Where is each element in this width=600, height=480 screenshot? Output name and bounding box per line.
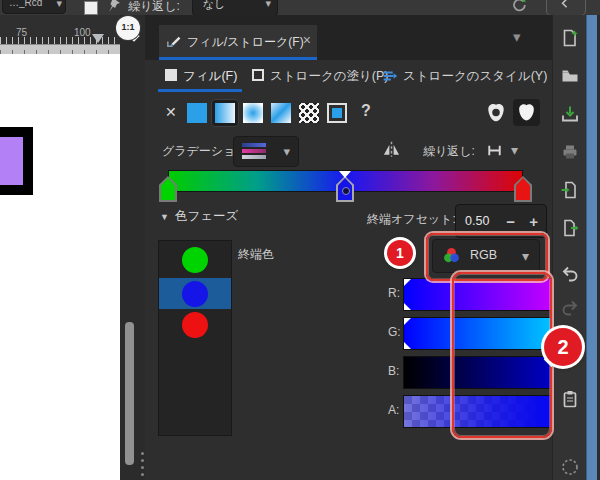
export-icon[interactable] [560,218,580,238]
channel-label-a: A: [388,403,399,417]
repeat-dropdown-chevron-icon[interactable]: ▾ [511,143,518,157]
stroke-style-tab-icon [381,67,399,85]
swatch-button[interactable] [327,103,347,123]
red-stop-swatch [182,312,208,338]
channel-slider-a[interactable] [403,395,552,428]
gradient-position-marker [339,171,351,178]
color-mode-value: RGB [470,248,497,262]
horizontal-ruler: 75 100 [0,15,120,44]
window-vertical-scrollbar[interactable] [586,15,597,480]
chevron-down-icon: ▾ [56,0,62,9]
refresh-icon[interactable] [510,0,528,14]
top-toolbar: …_Rcd ▾ 繰り返し: なし ▾ [0,0,600,15]
chevron-down-icon: ▾ [522,249,529,263]
end-offset-label: 終端オフセット: [367,211,456,228]
zoom-1to1-badge: 1:1 [116,16,140,40]
command-bar: ✂ [552,15,586,480]
dialog-dots-icon[interactable] [560,457,580,477]
gradient-preview-icon [242,143,266,159]
flat-color-button[interactable] [187,103,207,123]
color-mode-dropdown[interactable]: RGB ▾ [432,239,540,273]
tab-stroke-style-label: ストロークのスタイル(Y) [403,68,547,85]
fill-rule-nonzero-button-selected[interactable] [513,99,540,126]
mesh-gradient-button[interactable] [271,103,291,123]
repeat-none-icon[interactable] [485,141,504,160]
dock-options-chevron-icon[interactable]: ▾ [513,29,521,44]
white-swatch[interactable] [84,1,98,15]
green-stop-swatch [182,247,208,273]
redo-icon[interactable] [560,298,580,318]
fill-tab-icon [165,69,177,81]
radial-gradient-button[interactable] [243,103,263,123]
undo-icon[interactable] [560,264,580,284]
channel-label-b: B: [388,364,399,378]
toolbar-repeat-value: なし [203,0,226,12]
linear-gradient-button-selected[interactable] [211,99,239,127]
gradient-name-dropdown[interactable]: …_Rcd ▾ [2,0,66,14]
canvas[interactable] [0,54,120,480]
toolbar-corner-button[interactable] [546,0,586,15]
no-paint-button[interactable]: ✕ [165,104,177,120]
panel-tab[interactable]: フィル/ストローク(F) × [159,25,317,60]
gradient-repeat-label: 繰り返し: [423,143,475,160]
canvas-area: 75 100 [0,15,145,480]
dialog-pen-icon [165,32,182,49]
gradient-name-label: …_Rcd [9,0,42,8]
tab-fill-label: フィル(F) [183,68,237,85]
pattern-button[interactable] [299,103,319,123]
stop-list-item-red[interactable] [159,309,231,340]
annotation-step-1: 1 [387,240,413,266]
open-document-icon[interactable] [560,66,580,86]
tab-stroke-paint-label: ストロークの塗り(P) [270,68,388,85]
tab-stroke-style[interactable]: ストロークのスタイル(Y) [381,60,541,92]
channel-slider-b[interactable] [403,356,552,389]
panel-tab-title: フィル/ストローク(F) [187,34,304,51]
gradient-stop-list [158,240,232,436]
stop-list-item-blue-selected[interactable] [159,278,231,309]
chevron-down-icon: ▾ [265,0,271,9]
end-color-label: 終端色 [238,246,274,263]
end-offset-value: 0.50 [465,214,489,228]
minus-button[interactable]: − [506,213,515,230]
unknown-paint-button[interactable]: ? [361,102,371,120]
inkscape-window: …_Rcd ▾ 繰り返し: なし ▾ 75 [0,0,600,480]
rgb-wheel-icon [442,246,461,265]
zoom-badge-label: 1:1 [116,22,140,32]
channel-slider-g[interactable] [403,317,552,350]
stop-list-item-green[interactable] [159,243,231,277]
toolbar-repeat-dropdown[interactable]: なし ▾ [192,0,278,15]
chevron-down-icon: ▾ [283,145,290,158]
fill-stroke-tabs: フィル(F) ストロークの塗り(P) ストロークのスタイル(Y) [145,60,552,92]
gradient-dropdown[interactable]: ▾ [233,136,299,167]
toolbar-repeat-label: 繰り返し: [128,0,180,15]
linear-gradient-icon [215,103,235,123]
tab-fill[interactable]: フィル(F) [158,60,242,92]
ruler-position-marker [92,34,104,43]
annotation-step-2: 2 [544,328,582,366]
tab-stroke-paint[interactable]: ストロークの塗り(P) [250,60,370,92]
save-document-icon[interactable] [560,104,580,124]
plus-button[interactable]: + [529,213,538,230]
channel-label-g: G: [388,325,401,339]
channel-slider-r[interactable] [403,278,552,311]
canvas-vertical-scrollbar[interactable] [125,322,134,465]
import-icon[interactable] [560,180,580,200]
drawn-rectangle[interactable] [0,127,33,195]
stops-expander-icon[interactable]: ▼ [160,212,169,222]
print-icon[interactable] [560,142,580,162]
reverse-gradient-icon[interactable] [381,139,402,160]
gradient-selector-row: グラデーション: ▾ 繰り返し: [145,134,552,169]
fill-stroke-panel: フィル/ストローク(F) × ▾ フィル(F) ストロークの塗り(P) [145,15,552,480]
panel-tab-close-icon[interactable]: × [303,32,311,48]
annotation-step-2-number: 2 [557,336,568,359]
blue-stop-swatch [182,281,208,307]
end-offset-spinbox[interactable]: 0.50 − + [455,204,547,238]
ruler-light-strip [0,44,120,54]
stops-section-title: 色フェーズ [175,208,238,225]
paste-icon[interactable] [560,389,580,409]
annotation-step-1-number: 1 [396,245,404,261]
new-document-icon[interactable] [560,28,580,48]
edit-gradient-icon[interactable] [106,0,124,14]
fill-rule-evenodd-button[interactable] [485,102,507,124]
channel-label-r: R: [388,286,400,300]
